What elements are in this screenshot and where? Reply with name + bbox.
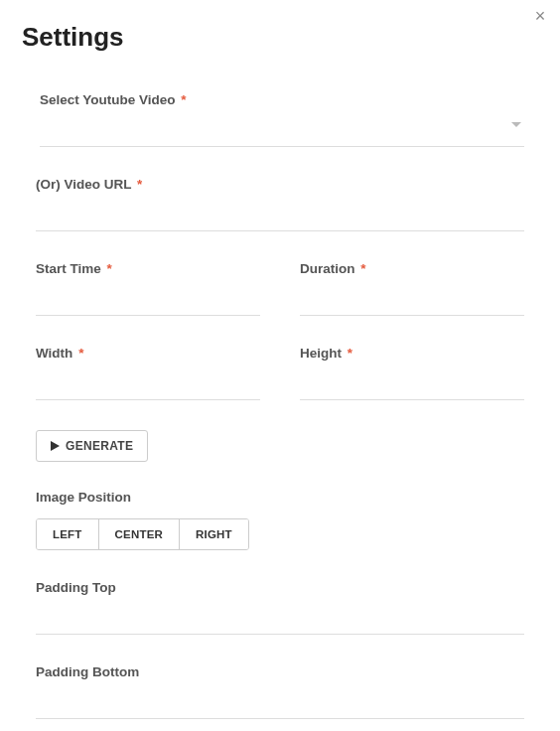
field-select-video: Select Youtube Video * [36, 92, 524, 147]
select-video-dropdown[interactable] [40, 113, 524, 147]
label-text: (Or) Video URL [36, 177, 131, 192]
width-input[interactable] [36, 366, 260, 400]
start-time-input[interactable] [36, 282, 260, 316]
field-video-url: (Or) Video URL * [36, 177, 524, 231]
row-size: Width * Height * [36, 346, 524, 430]
required-marker: * [348, 346, 352, 361]
field-width: Width * [36, 346, 260, 400]
generate-button[interactable]: GENERATE [36, 430, 148, 462]
required-marker: * [360, 261, 365, 276]
settings-form: Select Youtube Video * (Or) Video URL * … [0, 53, 560, 719]
image-position-center[interactable]: CENTER [98, 519, 179, 549]
padding-bottom-input[interactable] [36, 685, 524, 719]
page-title: Settings [0, 0, 560, 53]
field-padding-top: Padding Top [36, 580, 524, 635]
label-video-url: (Or) Video URL * [36, 177, 524, 192]
duration-input[interactable] [300, 282, 524, 316]
label-text: Duration [300, 261, 355, 276]
label-start-time: Start Time * [36, 261, 260, 276]
required-marker: * [107, 261, 112, 276]
image-position-left[interactable]: LEFT [37, 519, 98, 549]
padding-top-input[interactable] [36, 601, 524, 635]
required-marker: * [137, 177, 142, 192]
label-padding-top: Padding Top [36, 580, 524, 595]
field-duration: Duration * [300, 261, 524, 316]
label-width: Width * [36, 346, 260, 361]
close-button[interactable]: × [530, 6, 550, 26]
video-url-input[interactable] [36, 198, 524, 231]
label-padding-bottom: Padding Bottom [36, 664, 524, 679]
label-text: Height [300, 346, 342, 361]
label-height: Height * [300, 346, 524, 361]
required-marker: * [181, 92, 186, 107]
label-text: Select Youtube Video [40, 92, 176, 107]
label-text: Width [36, 346, 72, 361]
image-position-right[interactable]: RIGHT [179, 519, 248, 549]
row-time: Start Time * Duration * [36, 261, 524, 346]
generate-button-label: GENERATE [66, 439, 133, 453]
label-select-video: Select Youtube Video * [40, 92, 524, 107]
label-image-position: Image Position [36, 490, 524, 505]
required-marker: * [78, 346, 83, 361]
field-start-time: Start Time * [36, 261, 260, 316]
close-icon: × [535, 6, 546, 27]
play-icon [51, 441, 60, 451]
label-text: Start Time [36, 261, 101, 276]
image-position-segment: LEFT CENTER RIGHT [36, 518, 249, 550]
height-input[interactable] [300, 366, 524, 400]
select-video-wrapper [40, 113, 524, 147]
field-height: Height * [300, 346, 524, 400]
label-duration: Duration * [300, 261, 524, 276]
field-padding-bottom: Padding Bottom [36, 664, 524, 719]
